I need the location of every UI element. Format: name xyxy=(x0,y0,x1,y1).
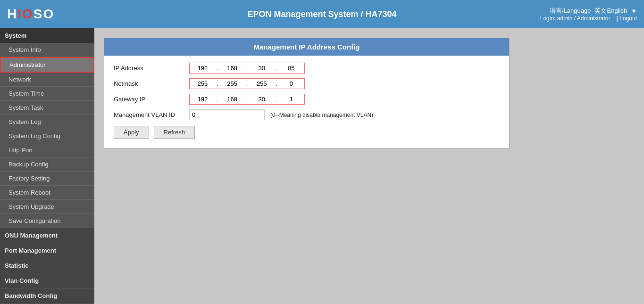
sidebar-system-header: System xyxy=(0,28,94,43)
ip-address-fields: . . . xyxy=(189,63,305,74)
sidebar-item-save-configuration[interactable]: Save Configuration xyxy=(0,214,94,228)
gateway-ip-octet3[interactable] xyxy=(249,94,275,104)
sidebar: System System Info Administrator Network… xyxy=(0,28,94,304)
gateway-dot-2: . xyxy=(245,96,249,103)
gateway-ip-octet1[interactable] xyxy=(190,94,216,104)
gateway-ip-label: Gateway IP xyxy=(114,96,189,103)
netmask-octet4[interactable] xyxy=(278,79,304,89)
netmask-fields: . . . xyxy=(189,78,305,89)
language-row[interactable]: 语言/Language 英文English ▼ xyxy=(550,7,637,15)
sidebar-item-network[interactable]: Network xyxy=(0,73,94,87)
language-selector[interactable]: 英文English xyxy=(594,7,627,15)
ip-address-octet1[interactable] xyxy=(190,63,216,73)
sidebar-item-system-reboot[interactable]: System Reboot xyxy=(0,186,94,200)
logout-link[interactable]: | Logout xyxy=(617,15,637,22)
header: HIOSO EPON Management System / HA7304 语言… xyxy=(0,0,644,28)
sidebar-item-system-time[interactable]: System Time xyxy=(0,87,94,101)
sidebar-item-administrator[interactable]: Administrator xyxy=(0,57,94,73)
ip-address-octet3[interactable] xyxy=(249,63,275,73)
sidebar-item-http-port[interactable]: Http Port xyxy=(0,143,94,157)
netmask-octet1[interactable] xyxy=(190,79,216,89)
sidebar-item-system-info[interactable]: System Info xyxy=(0,43,94,57)
sidebar-item-system-log[interactable]: System Log xyxy=(0,115,94,129)
gateway-dot-3: . xyxy=(275,96,278,103)
ip-address-row: IP Address . . . xyxy=(114,63,500,74)
sidebar-item-port-management[interactable]: Port Management xyxy=(0,243,94,258)
config-body: IP Address . . . Netmask xyxy=(104,56,509,148)
config-title: Management IP Address Config xyxy=(104,38,509,56)
ip-address-octet2[interactable] xyxy=(219,63,245,73)
sidebar-item-system-task[interactable]: System Task xyxy=(0,101,94,115)
ip-dot-2: . xyxy=(245,65,249,72)
sidebar-item-vlan-config[interactable]: Vlan Config xyxy=(0,273,94,288)
layout: System System Info Administrator Network… xyxy=(0,28,644,304)
gateway-ip-row: Gateway IP . . . xyxy=(114,94,500,105)
netmask-dot-2: . xyxy=(245,80,249,87)
gateway-dot-1: . xyxy=(216,96,219,103)
sidebar-item-factory-setting[interactable]: Factory Setting xyxy=(0,172,94,186)
vlan-id-row: Management VLAN ID (0--Meaning disable m… xyxy=(114,109,500,120)
logo: HIOSO xyxy=(7,7,54,22)
sidebar-item-bandwidth-config[interactable]: Bandwidth Config xyxy=(0,288,94,304)
login-info: Login: admin / Administrator | Logout xyxy=(540,15,637,22)
ip-address-octet4[interactable] xyxy=(278,63,304,73)
sidebar-item-system-upgrade[interactable]: System Upgrade xyxy=(0,200,94,214)
vlan-hint: (0--Meaning disable management VLAN) xyxy=(270,112,373,118)
vlan-id-label: Management VLAN ID xyxy=(114,111,189,118)
netmask-dot-1: . xyxy=(216,80,219,87)
button-row: Apply Refresh xyxy=(114,126,500,139)
gateway-ip-fields: . . . xyxy=(189,94,305,105)
refresh-button[interactable]: Refresh xyxy=(154,126,195,139)
sidebar-item-statistic[interactable]: Statistic xyxy=(0,258,94,273)
header-right: 语言/Language 英文English ▼ Login: admin / A… xyxy=(540,7,637,22)
vlan-id-input[interactable] xyxy=(189,109,265,120)
gateway-ip-octet2[interactable] xyxy=(219,94,245,104)
ip-dot-3: . xyxy=(275,65,278,72)
sidebar-item-system-log-config[interactable]: System Log Config xyxy=(0,129,94,143)
netmask-octet2[interactable] xyxy=(219,79,245,89)
gateway-ip-octet4[interactable] xyxy=(278,94,304,104)
netmask-dot-3: . xyxy=(275,80,278,87)
netmask-octet3[interactable] xyxy=(249,79,275,89)
netmask-label: Netmask xyxy=(114,80,189,87)
ip-address-label: IP Address xyxy=(114,65,189,72)
netmask-row: Netmask . . . xyxy=(114,78,500,89)
sidebar-item-backup-config[interactable]: Backup Config xyxy=(0,157,94,172)
config-box: Management IP Address Config IP Address … xyxy=(104,38,510,148)
header-title: EPON Management System / HA7304 xyxy=(247,9,396,19)
logo-text: HIOSO xyxy=(7,7,54,22)
apply-button[interactable]: Apply xyxy=(114,126,149,139)
chevron-down-icon: ▼ xyxy=(631,8,637,15)
sidebar-item-onu-management[interactable]: ONU Management xyxy=(0,228,94,243)
language-label: 语言/Language xyxy=(550,7,591,15)
ip-dot-1: . xyxy=(216,65,219,72)
main-content: Management IP Address Config IP Address … xyxy=(94,28,644,304)
login-text: Login: admin / Administrator xyxy=(540,15,611,22)
